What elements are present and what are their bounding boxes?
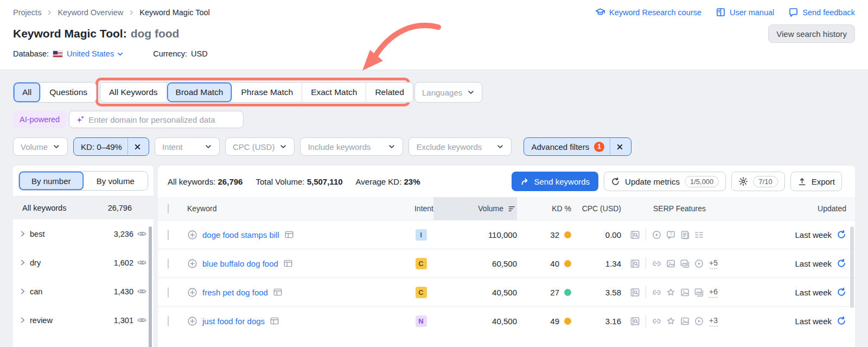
serp-more-count[interactable]: +3 (709, 316, 718, 326)
row-checkbox[interactable] (168, 287, 169, 298)
serp-more-count[interactable]: +5 (709, 258, 718, 269)
stat-total-volume: Total Volume: 5,507,110 (256, 177, 342, 186)
chevron-down-icon (53, 143, 60, 150)
keyword-link[interactable]: doge food stamps bill (202, 230, 279, 239)
add-keyword-icon[interactable] (187, 287, 197, 298)
advanced-filters-clear-icon[interactable] (616, 143, 624, 151)
serp-features[interactable]: +5 (621, 257, 738, 269)
select-all-checkbox[interactable] (168, 204, 169, 213)
add-keyword-icon[interactable] (187, 258, 197, 269)
user-manual-link[interactable]: User manual (716, 7, 774, 17)
tab-by-number[interactable]: By number (19, 172, 84, 190)
breadcrumb-keyword-overview[interactable]: Keyword Overview (58, 8, 123, 17)
link-icon (652, 287, 662, 298)
refresh-icon[interactable] (837, 316, 846, 326)
serp-preview-page-icon[interactable] (273, 287, 283, 297)
keyword-research-course-link[interactable]: Keyword Research course (595, 7, 701, 17)
sidebar-scrollbar[interactable] (149, 226, 152, 347)
tab-exact-match[interactable]: Exact Match (302, 83, 366, 102)
serp-features[interactable]: +3 (621, 315, 738, 327)
serp-features[interactable]: ? (621, 229, 738, 241)
row-checkbox[interactable] (168, 316, 169, 326)
add-keyword-icon[interactable] (187, 316, 197, 326)
export-button[interactable]: Export (790, 172, 842, 191)
tab-broad-match[interactable]: Broad Match (167, 83, 233, 102)
sidebar-group-dry[interactable]: dry 1,602 (13, 248, 154, 277)
exclude-keywords-dropdown[interactable]: Exclude keywords (409, 137, 512, 156)
eye-icon[interactable] (137, 229, 147, 239)
video-icon (652, 230, 662, 240)
sidebar-group-best[interactable]: best 3,236 (13, 219, 154, 248)
kd-filter-active[interactable]: KD: 0–49% (73, 137, 149, 156)
column-header-volume[interactable]: Volume (433, 197, 517, 220)
advanced-filters-count-badge: 1 (594, 142, 604, 152)
tab-phrase-match[interactable]: Phrase Match (232, 83, 302, 102)
tab-all[interactable]: All (14, 83, 41, 102)
intent-badge[interactable]: I (416, 229, 427, 241)
eye-icon[interactable] (137, 257, 147, 268)
advanced-filters-active[interactable]: Advanced filters 1 (524, 137, 631, 156)
video-icon (694, 258, 704, 269)
kd-difficulty-dot (564, 260, 571, 267)
serp-more-count[interactable]: +6 (709, 287, 718, 298)
row-checkbox[interactable] (168, 258, 169, 269)
send-feedback-link[interactable]: Send feedback (788, 7, 855, 17)
view-search-history-button[interactable]: View search history (768, 24, 855, 43)
sidebar-group-can[interactable]: can 1,430 (13, 277, 154, 306)
intent-badge[interactable]: C (416, 287, 427, 298)
send-keywords-button[interactable]: Send keywords (512, 172, 599, 191)
cpc-value: 3.16 (571, 317, 621, 326)
eye-icon[interactable] (137, 286, 147, 296)
refresh-icon[interactable] (837, 287, 846, 297)
refresh-icon[interactable] (837, 258, 846, 268)
volume-filter-dropdown[interactable]: Volume (13, 137, 68, 156)
column-header-cpc[interactable]: CPC (USD) (571, 204, 621, 213)
share-arrow-icon (520, 177, 529, 186)
update-metrics-button[interactable]: Update metrics 1/5,000 (604, 172, 726, 191)
refresh-icon[interactable] (837, 230, 846, 239)
include-keywords-dropdown[interactable]: Include keywords (300, 137, 403, 156)
ai-powered-badge: AI-powered (13, 111, 66, 128)
video-icon (694, 316, 704, 326)
sidebar-group-review[interactable]: review 1,301 (13, 306, 154, 335)
row-checkbox[interactable] (168, 230, 169, 240)
cpc-filter-dropdown[interactable]: CPC (USD) (225, 137, 295, 156)
serp-preview-page-icon[interactable] (284, 230, 294, 239)
manage-columns-button[interactable]: 7/10 (731, 172, 784, 191)
keyword-link[interactable]: fresh pet dog food (202, 288, 268, 297)
serp-preview-page-icon[interactable] (270, 316, 279, 326)
tab-related[interactable]: Related (366, 83, 412, 102)
breadcrumb-projects[interactable]: Projects (13, 8, 41, 17)
match-type-tab-group: All Keywords Broad Match Phrase Match Ex… (100, 82, 413, 103)
table-header-row: Keyword Intent Volume KD % CPC (USD) SER… (158, 197, 855, 220)
database-selector[interactable]: Database: United States (13, 49, 124, 58)
intent-filter-dropdown[interactable]: Intent (155, 137, 220, 156)
serp-divider (646, 315, 646, 327)
intent-badge[interactable]: N (416, 316, 427, 327)
column-header-updated[interactable]: Updated (738, 204, 846, 213)
search-query: dog food (131, 27, 180, 40)
sidebar-all-keywords-row[interactable]: All keywords 26,796 (13, 196, 154, 219)
add-keyword-icon[interactable] (187, 230, 197, 240)
column-header-intent[interactable]: Intent (401, 204, 433, 213)
languages-dropdown[interactable]: Languages (414, 82, 482, 103)
column-header-keyword[interactable]: Keyword (187, 204, 401, 213)
intent-badge[interactable]: C (416, 258, 427, 269)
updated-value: Last week (795, 230, 832, 239)
tab-by-volume[interactable]: By volume (84, 172, 148, 190)
tab-all-keywords[interactable]: All Keywords (100, 83, 167, 102)
keyword-link[interactable]: just food for dogs (202, 317, 265, 326)
serp-features[interactable]: +6 (621, 286, 738, 298)
column-header-serp[interactable]: SERP Features (621, 204, 738, 213)
chevron-down-icon (388, 143, 395, 150)
table-scrollbar[interactable] (850, 226, 854, 308)
column-header-kd[interactable]: KD % (517, 204, 571, 213)
domain-input[interactable] (88, 115, 237, 124)
eye-icon[interactable] (137, 315, 147, 325)
kd-filter-clear-icon[interactable] (133, 143, 142, 151)
serp-preview-page-icon[interactable] (283, 258, 293, 268)
tab-questions[interactable]: Questions (41, 83, 96, 102)
table-row: just food for dogs N 40,500 49 3.16 +3 L… (158, 306, 855, 335)
kd-value: 32 (550, 230, 559, 239)
keyword-link[interactable]: blue buffalo dog food (202, 259, 278, 268)
